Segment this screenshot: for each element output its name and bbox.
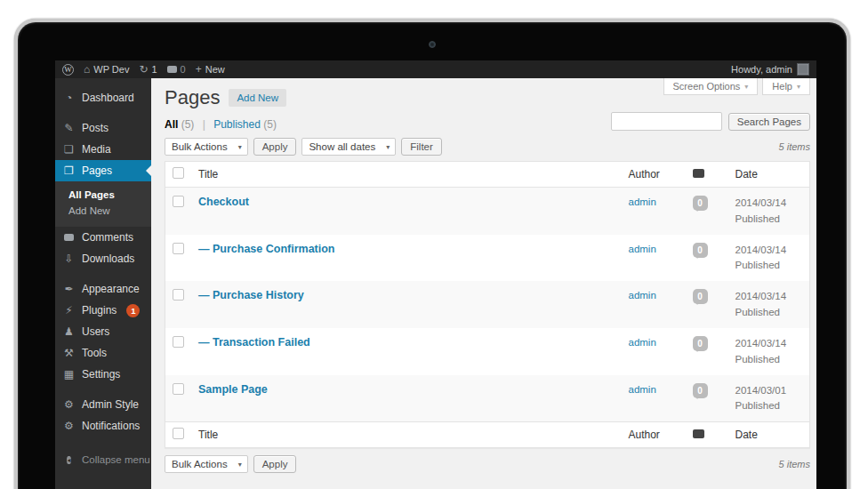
filter-published-link[interactable]: Published (213, 118, 261, 131)
new-content-menu[interactable]: + New (196, 64, 225, 75)
sidebar-item-label: Tools (82, 347, 107, 359)
chevron-down-icon: ▾ (238, 143, 242, 151)
sidebar-item-label: Notifications (82, 420, 140, 432)
page-title-link[interactable]: Checkout (198, 196, 249, 208)
howdy-text[interactable]: Howdy, admin (731, 64, 792, 75)
sidebar-item-tools[interactable]: ⚒ Tools (55, 342, 151, 364)
site-name-menu[interactable]: ⌂ WP Dev (84, 64, 129, 75)
bulk-actions-select-bottom[interactable]: Bulk Actions ▾ (165, 455, 248, 473)
author-link[interactable]: admin (629, 384, 656, 395)
table-row: Sample Page admin 0 2014/03/01 Published (165, 375, 810, 422)
comments-column-icon[interactable] (693, 169, 704, 178)
sidebar-item-label: Plugins (82, 304, 117, 317)
comments-column-icon[interactable] (693, 429, 704, 438)
pages-submenu: All Pages Add New (55, 181, 151, 227)
filter-all-link[interactable]: All (165, 118, 178, 131)
pages-icon: ❐ (62, 165, 76, 176)
row-checkbox[interactable] (173, 383, 184, 395)
comment-count-bubble[interactable]: 0 (693, 383, 708, 398)
table-row: — Purchase History admin 0 2014/03/14 Pu… (165, 281, 810, 328)
add-new-button[interactable]: Add New (229, 89, 286, 107)
table-row: — Purchase Confirmation admin 0 2014/03/… (165, 235, 810, 282)
sidebar-item-label: Comments (82, 231, 133, 244)
author-link[interactable]: admin (629, 337, 656, 348)
wp-logo-menu[interactable]: W (62, 64, 74, 76)
settings-icon: ▦ (62, 369, 76, 380)
search-input[interactable] (611, 112, 722, 131)
author-link[interactable]: admin (629, 196, 656, 207)
row-date: 2014/03/14 (735, 291, 787, 301)
sidebar-item-appearance[interactable]: ✒ Appearance (55, 278, 151, 300)
row-date: 2014/03/14 (735, 244, 787, 255)
avatar[interactable] (797, 63, 809, 76)
column-title[interactable]: Title (191, 422, 622, 448)
row-checkbox[interactable] (173, 196, 184, 207)
column-date[interactable]: Date (728, 162, 810, 188)
submenu-all-pages[interactable]: All Pages (55, 187, 151, 203)
sidebar-item-comments[interactable]: Comments (55, 227, 151, 248)
search-pages-button[interactable]: Search Pages (728, 113, 810, 131)
sidebar-item-media[interactable]: ❏ Media (55, 139, 151, 160)
page-title: Pages (165, 86, 220, 109)
collapse-arrow-icon: ◂ (67, 456, 70, 464)
author-link[interactable]: admin (629, 244, 656, 254)
date-filter-select[interactable]: Show all dates ▾ (301, 138, 396, 156)
apply-button-bottom[interactable]: Apply (253, 455, 297, 473)
table-header-row: Title Author Date (165, 162, 810, 188)
select-all-checkbox[interactable] (173, 167, 184, 179)
sidebar-item-downloads[interactable]: ⇩ Downloads (55, 248, 151, 269)
chevron-down-icon: ▾ (744, 83, 748, 91)
sidebar-item-admin-style[interactable]: ⚙ Admin Style (55, 394, 151, 415)
new-label: New (205, 64, 225, 75)
submenu-add-new[interactable]: Add New (55, 203, 151, 219)
row-status: Published (735, 354, 781, 365)
admin-bar: W ⌂ WP Dev ↻ 1 0 + New Howdy, admin (55, 60, 816, 78)
column-title[interactable]: Title (191, 162, 622, 188)
author-link[interactable]: admin (629, 290, 656, 301)
page-title-link[interactable]: — Transaction Failed (198, 336, 310, 349)
column-date[interactable]: Date (728, 422, 810, 448)
plugins-update-badge: 1 (126, 304, 140, 317)
gear-icon: ⚙ (62, 399, 76, 410)
sidebar-item-posts[interactable]: ✎ Posts (55, 117, 151, 139)
sidebar-item-users[interactable]: ♟ Users (55, 321, 151, 342)
apply-button[interactable]: Apply (253, 138, 297, 156)
table-row: — Transaction Failed admin 0 2014/03/14 … (165, 328, 810, 375)
sidebar-item-label: Media (82, 143, 111, 156)
row-status: Published (735, 400, 781, 411)
sidebar-item-settings[interactable]: ▦ Settings (55, 364, 151, 385)
row-date: 2014/03/14 (735, 197, 787, 208)
admin-menu: ◔ Dashboard ✎ Posts ❏ Media ❐ Pages All … (55, 78, 151, 489)
help-tab[interactable]: Help ▾ (762, 78, 810, 95)
page-title-link[interactable]: — Purchase Confirmation (198, 243, 335, 255)
page-title-link[interactable]: — Purchase History (198, 289, 304, 301)
sidebar-item-pages[interactable]: ❐ Pages (55, 160, 151, 181)
column-author[interactable]: Author (622, 162, 686, 188)
comment-count-bubble[interactable]: 0 (693, 289, 708, 304)
row-checkbox[interactable] (173, 243, 184, 254)
gear-icon: ⚙ (62, 421, 76, 431)
filter-button[interactable]: Filter (401, 138, 442, 156)
updates-menu[interactable]: ↻ 1 (139, 64, 157, 75)
brush-icon: ✒ (62, 284, 76, 294)
dashboard-icon: ◔ (62, 92, 76, 103)
bulk-actions-select[interactable]: Bulk Actions ▾ (165, 138, 248, 156)
sidebar-item-dashboard[interactable]: ◔ Dashboard (55, 87, 151, 108)
comment-count-bubble[interactable]: 0 (693, 243, 708, 258)
sidebar-item-label: Appearance (82, 283, 140, 295)
comment-count-bubble[interactable]: 0 (693, 196, 708, 211)
sidebar-item-plugins[interactable]: ⚡ Plugins 1 (55, 300, 151, 321)
page-title-link[interactable]: Sample Page (198, 383, 268, 396)
comment-count-bubble[interactable]: 0 (693, 336, 708, 351)
items-count: 5 items (779, 141, 810, 152)
screen-options-tab[interactable]: Screen Options ▾ (663, 78, 759, 95)
column-author[interactable]: Author (622, 422, 686, 448)
comments-menu[interactable]: 0 (167, 64, 186, 75)
pin-icon: ✎ (62, 123, 76, 133)
sidebar-item-label: Admin Style (82, 398, 139, 411)
collapse-menu-button[interactable]: ◂ Collapse menu (55, 449, 151, 470)
row-checkbox[interactable] (173, 289, 184, 301)
row-checkbox[interactable] (173, 336, 184, 348)
sidebar-item-notifications[interactable]: ⚙ Notifications (55, 415, 151, 437)
select-all-checkbox[interactable] (173, 428, 184, 439)
